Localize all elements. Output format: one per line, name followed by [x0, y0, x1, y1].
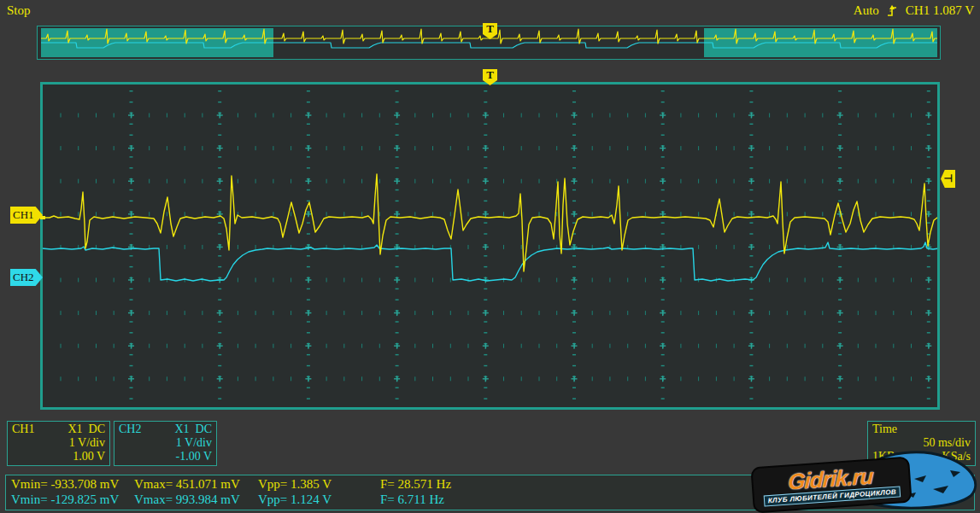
trigger-status-group: Auto CH1 1.087 V	[854, 3, 974, 18]
ch2-measurements-row: Vmin= -129.825 mV Vmax= 993.984 mV Vpp= …	[6, 493, 974, 509]
timebase-label: Time	[872, 423, 971, 436]
ch1-offset: 1.00 V	[12, 450, 105, 463]
ch2-ground-marker[interactable]: CH2	[10, 269, 43, 286]
ch1-scale: 1 V/div	[12, 436, 105, 450]
ch2-vpp: Vpp= 1.124 V	[258, 493, 332, 507]
ch1-frequency: F= 28.571 Hz	[380, 477, 451, 492]
measurements-bar: Vmin= -933.708 mV Vmax= 451.071 mV Vpp= …	[5, 475, 975, 510]
ch1-vpp: Vpp= 1.385 V	[258, 477, 332, 492]
ch1-label: CH1	[12, 423, 34, 436]
ch1-measurements-row: Vmin= -933.708 mV Vmax= 451.071 mV Vpp= …	[6, 477, 974, 493]
ch1-vmax: Vmax= 451.071 mV	[134, 477, 240, 492]
waveform-display	[40, 82, 940, 410]
ch2-vmin: Vmin= -129.825 mV	[11, 493, 119, 507]
ch2-settings-box[interactable]: CH2 X1 DC 1 V/div -1.00 V	[114, 421, 217, 466]
ch1-tag-label: CH1	[13, 208, 34, 222]
timebase-scale: 50 ms/div	[872, 436, 971, 450]
memory-depth: 1KB	[872, 450, 895, 463]
oscilloscope-screen: Stop Auto CH1 1.087 V T T ⊣ CH1 CH2 CH1 …	[0, 0, 980, 513]
ch2-coupling: X1 DC	[174, 423, 212, 436]
trigger-level-glyph: ⊣	[943, 172, 952, 185]
ch2-offset: -1.00 V	[119, 450, 212, 463]
ch2-vmax: Vmax= 993.984 mV	[134, 493, 240, 507]
run-state-label[interactable]: Stop	[7, 3, 31, 18]
ch2-scale: 1 V/div	[119, 436, 212, 450]
trigger-level-marker[interactable]: ⊣	[941, 170, 955, 188]
trigger-marker-letter: T	[486, 23, 494, 34]
ch2-label: CH2	[119, 423, 141, 436]
trigger-marker-letter: T	[486, 69, 494, 80]
ch1-coupling: X1 DC	[67, 423, 105, 436]
ch1-ground-marker[interactable]: CH1	[10, 207, 43, 224]
ch1-settings-box[interactable]: CH1 X1 DC 1 V/div 1.00 V	[7, 421, 110, 466]
main-waveforms	[40, 82, 940, 410]
timebase-box[interactable]: Time 50 ms/div 1KB KSa/s	[867, 421, 976, 466]
ch1-vmin: Vmin= -933.708 mV	[11, 477, 119, 492]
ch2-frequency: F= 6.711 Hz	[380, 493, 444, 507]
trigger-mode-label[interactable]: Auto	[854, 3, 879, 18]
rising-edge-trigger-icon	[887, 4, 898, 17]
trigger-source-level-readout: CH1 1.087 V	[906, 3, 974, 18]
ch2-tag-label: CH2	[13, 271, 34, 284]
sample-rate-unit: KSa/s	[942, 450, 971, 463]
